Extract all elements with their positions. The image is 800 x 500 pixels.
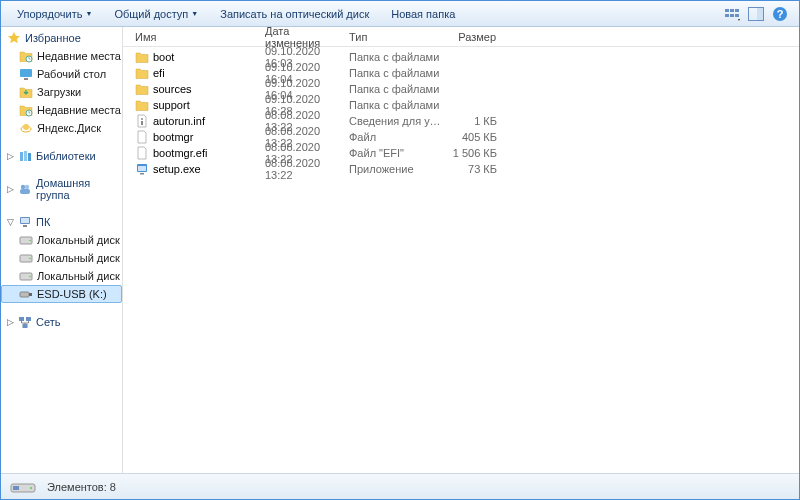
view-icon[interactable]	[723, 5, 741, 23]
file-name: efi	[153, 67, 165, 79]
file-icon	[135, 130, 149, 144]
svg-rect-24	[23, 225, 27, 227]
homegroup-header[interactable]: ▷Домашняя группа	[1, 175, 122, 203]
file-list[interactable]: boot09.10.2020 16:03Папка с файламиefi09…	[123, 47, 799, 473]
ydisk-icon	[19, 121, 33, 135]
sidebar-item-selected[interactable]: ESD-USB (K:)	[1, 285, 122, 303]
file-row[interactable]: boot09.10.2020 16:03Папка с файлами	[123, 49, 799, 65]
file-type: Сведения для уст...	[343, 115, 443, 127]
sidebar-item[interactable]: Локальный диск (E	[1, 267, 122, 285]
sidebar-item[interactable]: Загрузки	[1, 83, 122, 101]
computer-label: ПК	[36, 216, 50, 228]
file-name: sources	[153, 83, 192, 95]
svg-rect-0	[725, 9, 729, 12]
svg-point-20	[25, 185, 29, 189]
file-row[interactable]: bootmgr.efi08.08.2020 13:22Файл "EFI"1 5…	[123, 145, 799, 161]
folder-icon	[135, 82, 149, 96]
network-header[interactable]: ▷Сеть	[1, 313, 122, 331]
libraries-group: ▷Библиотеки	[1, 147, 122, 165]
hdd-icon	[19, 251, 33, 265]
column-size[interactable]: Размер	[443, 31, 503, 43]
folder-icon	[135, 66, 149, 80]
file-size: 73 КБ	[443, 163, 503, 175]
computer-icon	[18, 215, 32, 229]
svg-point-30	[29, 276, 31, 278]
svg-point-28	[29, 258, 31, 260]
homegroup-icon	[18, 182, 32, 196]
network-group: ▷Сеть	[1, 313, 122, 331]
newfolder-button[interactable]: Новая папка	[381, 5, 465, 23]
homegroup-label: Домашняя группа	[36, 177, 118, 201]
svg-rect-37	[141, 121, 143, 125]
homegroup-group: ▷Домашняя группа	[1, 175, 122, 203]
file-name: support	[153, 99, 190, 111]
sidebar-item[interactable]: Недавние места	[1, 47, 122, 65]
main-area: Избранное Недавние местаРабочий столЗагр…	[1, 27, 799, 473]
svg-rect-34	[26, 317, 31, 321]
file-row[interactable]: support09.10.2020 16:28Папка с файлами	[123, 97, 799, 113]
chevron-down-icon: ▼	[191, 10, 198, 17]
svg-rect-23	[21, 218, 29, 223]
burn-label: Записать на оптический диск	[220, 8, 369, 20]
svg-rect-4	[730, 14, 734, 17]
svg-rect-16	[20, 152, 23, 161]
file-type: Файл "EFI"	[343, 147, 443, 159]
file-row[interactable]: autorun.inf08.08.2020 13:22Сведения для …	[123, 113, 799, 129]
drive-icon	[9, 478, 37, 496]
computer-group: ▽ПК Локальный диск (CЛокальный диск (DЛо…	[1, 213, 122, 303]
sidebar-item-label: Рабочий стол	[37, 68, 106, 80]
explorer-window: Упорядочить▼ Общий доступ▼ Записать на о…	[0, 0, 800, 500]
file-row[interactable]: bootmgr08.08.2020 13:22Файл405 КБ	[123, 129, 799, 145]
file-row[interactable]: efi09.10.2020 16:04Папка с файлами	[123, 65, 799, 81]
column-date[interactable]: Дата изменения	[259, 27, 343, 49]
svg-rect-31	[20, 292, 29, 297]
expand-icon: ▷	[7, 317, 14, 327]
chevron-down-icon: ▼	[85, 10, 92, 17]
svg-point-43	[30, 487, 32, 489]
collapse-icon: ▽	[7, 217, 14, 227]
organize-button[interactable]: Упорядочить▼	[7, 5, 102, 23]
svg-rect-35	[23, 324, 28, 328]
file-name: setup.exe	[153, 163, 201, 175]
svg-rect-2	[735, 9, 739, 12]
column-type[interactable]: Тип	[343, 31, 443, 43]
libraries-header[interactable]: ▷Библиотеки	[1, 147, 122, 165]
svg-rect-7	[757, 8, 763, 20]
sidebar-item-label: Недавние места	[37, 104, 121, 116]
nav-sidebar[interactable]: Избранное Недавние местаРабочий столЗагр…	[1, 27, 123, 473]
burn-button[interactable]: Записать на оптический диск	[210, 5, 379, 23]
sidebar-item-label: Локальный диск (E	[37, 270, 122, 282]
sidebar-item[interactable]: Локальный диск (C	[1, 231, 122, 249]
help-icon[interactable]: ?	[771, 5, 789, 23]
svg-rect-18	[28, 153, 31, 161]
file-row[interactable]: setup.exe08.08.2020 13:22Приложение73 КБ	[123, 161, 799, 177]
sidebar-item-label: Недавние места	[37, 50, 121, 62]
sidebar-item[interactable]: Рабочий стол	[1, 65, 122, 83]
sidebar-item-label: Локальный диск (C	[37, 234, 122, 246]
svg-point-19	[21, 185, 25, 189]
preview-pane-icon[interactable]	[747, 5, 765, 23]
file-row[interactable]: sources09.10.2020 16:04Папка с файлами	[123, 81, 799, 97]
expand-icon: ▷	[7, 184, 14, 194]
svg-rect-42	[13, 486, 19, 490]
sidebar-item[interactable]: Недавние места	[1, 101, 122, 119]
sidebar-item[interactable]: Локальный диск (D	[1, 249, 122, 267]
share-button[interactable]: Общий доступ▼	[104, 5, 208, 23]
file-type: Приложение	[343, 163, 443, 175]
svg-rect-32	[29, 293, 32, 296]
computer-header[interactable]: ▽ПК	[1, 213, 122, 231]
libraries-icon	[18, 149, 32, 163]
hdd-icon	[19, 269, 33, 283]
column-name[interactable]: Имя	[129, 31, 259, 43]
sidebar-item[interactable]: Яндекс.Диск	[1, 119, 122, 137]
svg-rect-17	[24, 151, 27, 161]
favorites-header[interactable]: Избранное	[1, 29, 122, 47]
file-type: Файл	[343, 131, 443, 143]
svg-point-26	[29, 240, 31, 242]
newfolder-label: Новая папка	[391, 8, 455, 20]
svg-rect-11	[20, 69, 32, 77]
file-size: 1 506 КБ	[443, 147, 503, 159]
file-type: Папка с файлами	[343, 83, 443, 95]
svg-rect-40	[140, 173, 144, 175]
toolbar: Упорядочить▼ Общий доступ▼ Записать на о…	[1, 1, 799, 27]
